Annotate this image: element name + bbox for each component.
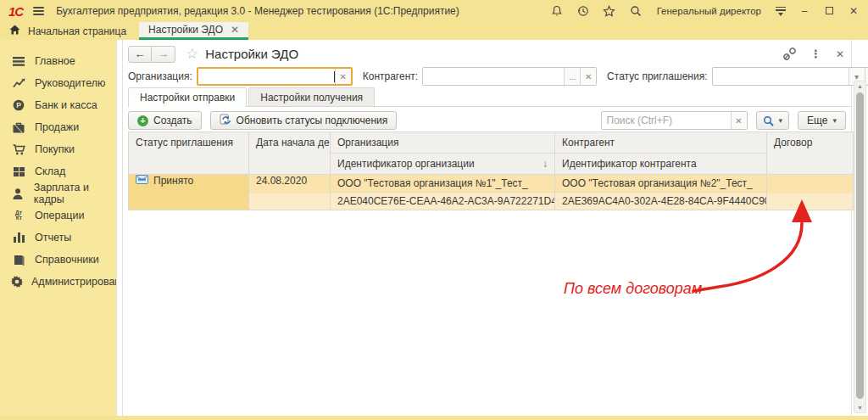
form-header: ← → ☆ Настройки ЭДО [128,45,298,63]
person-icon [11,188,25,199]
history-icon[interactable] [576,4,590,18]
sidebar-item-operations[interactable]: ДтКт Операции [0,204,116,227]
cell-contract[interactable] [767,175,854,210]
cell-contragent-id[interactable]: 2AE369AC4A0-302A-4E28-84CA-9F4440C90782 [555,193,767,210]
scrollbar-thumb[interactable] [856,92,864,399]
sidebar-item-sales[interactable]: Продажи [0,116,116,138]
status-filter-label: Статус приглашения: [607,70,707,82]
global-search-icon[interactable] [629,4,643,18]
create-button[interactable]: + Создать [128,111,202,130]
books-icon [11,255,26,266]
envelope-icon [136,175,148,187]
search-button[interactable]: ▾ [756,111,790,130]
home-icon [9,25,20,37]
contragent-filter-label: Контрагент: [363,70,418,82]
tab-home[interactable]: Начальная страница [0,22,139,40]
app-window: 1С Бухгалтерия предприятия, редакция 3.0… [0,0,868,420]
col-org[interactable]: Организация [331,132,555,154]
tab-bar: Начальная страница Настройки ЭДО ✕ [0,22,868,40]
sidebar-item-bank[interactable]: Р Банк и касса [0,94,116,116]
contragent-filter-input[interactable] [423,68,564,85]
sidebar: Главное Руководителю Р Банк и касса Прод… [0,40,116,416]
plus-icon: + [137,115,148,126]
contragent-filter-group: ... ✕ [422,67,597,86]
main-menu-icon[interactable] [33,7,44,15]
edo-settings-table: Статус приглашения Дата начала действия … [128,132,854,210]
settings-tabs: Настройки отправки Настройки получения [128,88,852,107]
org-filter-group: ✕ [197,67,353,86]
maximize-icon[interactable] [823,5,835,17]
tab-edo-label: Настройки ЭДО [148,24,223,36]
bar-chart-icon [11,232,26,243]
filter-row: Организация: ✕ Контрагент: ... ✕ Статус … [128,67,868,86]
service-menu-icon[interactable] [776,7,786,16]
window-title: Бухгалтерия предприятия, редакция 3.0 - … [56,5,459,17]
back-button[interactable]: ← [128,46,152,63]
status-filter-group: ▾ ✕ [712,67,868,86]
search-dropdown-icon: ▾ [779,116,783,125]
cell-org-id[interactable]: 2AE040CE76E-CEAA-46A2-AC3A-9A722271D424 [331,193,555,210]
org-filter-label: Организация: [128,70,192,82]
cart-icon [11,144,26,155]
tab-edo-settings[interactable]: Настройки ЭДО ✕ [139,22,248,40]
status-filter-input[interactable] [713,68,849,85]
col-date[interactable]: Дата начала действия [249,132,331,175]
bank-coin-icon: Р [11,99,26,111]
content-area: ← → ☆ Настройки ЭДО ⋮ ✕ Организация: ✕ [116,40,868,416]
briefcase-icon [11,122,26,133]
col-status[interactable]: Статус приглашения [129,132,249,175]
annotation-text: По всем договорам [564,280,702,298]
notifications-bell-icon[interactable] [550,4,564,18]
current-user[interactable]: Генеральный директор [657,6,761,16]
refresh-icon [220,114,231,127]
col-contragent[interactable]: Контрагент [555,132,767,154]
window-bottom-border [0,416,868,420]
cell-org[interactable]: ООО "Тестовая организация №1"_Тест_ [331,175,555,193]
more-button[interactable]: Еще ▾ [798,111,846,130]
cell-contragent[interactable]: ООО "Тестовая организация №2"_Тест_ [555,175,767,193]
scroll-down-icon[interactable]: ▼ [854,405,865,411]
main-sections-icon [11,57,26,66]
close-window-icon[interactable]: ✕ [848,5,860,17]
forward-button[interactable]: → [152,46,175,63]
sidebar-item-main[interactable]: Главное [0,50,116,72]
org-clear-icon[interactable]: ✕ [335,69,351,84]
minimize-icon[interactable]: – [798,5,810,17]
vertical-scrollbar[interactable]: ▲ ▼ [854,81,866,413]
org-filter-input[interactable] [198,69,331,84]
search-clear-icon[interactable]: ✕ [731,112,747,129]
more-actions-icon[interactable]: ⋮ [810,48,821,60]
contragent-choose-button[interactable]: ... [564,68,580,85]
favorites-star-icon[interactable] [603,4,616,18]
col-org-id[interactable]: Идентификатор организации ↓ [331,154,555,175]
sidebar-item-directories[interactable]: Справочники [0,249,116,271]
more-dropdown-icon: ▾ [832,116,837,125]
refresh-statuses-button[interactable]: Обновить статусы подключения [210,111,398,130]
scroll-up-icon[interactable]: ▲ [854,83,865,89]
close-form-icon[interactable]: ✕ [836,48,844,60]
sidebar-item-reports[interactable]: Отчеты [0,227,116,249]
cell-date[interactable]: 24.08.2020 [249,175,331,210]
page-title: Настройки ЭДО [205,47,298,61]
favorite-star-icon[interactable]: ☆ [186,45,198,63]
sidebar-item-manager[interactable]: Руководителю [0,72,116,94]
sidebar-item-salary[interactable]: Зарплата и кадры [0,182,116,204]
cell-status[interactable]: Принято [129,175,249,210]
1c-logo: 1С [8,4,23,19]
col-contract[interactable]: Договор [767,132,854,175]
tab-receiving-settings[interactable]: Настройки получения [248,87,375,106]
contragent-clear-icon[interactable]: ✕ [580,68,596,85]
tab-home-label: Начальная страница [28,25,126,37]
debit-credit-icon: ДтКт [11,210,26,221]
search-input[interactable] [602,112,731,129]
gear-icon [11,276,23,288]
get-link-icon[interactable] [783,48,796,60]
sidebar-item-purchases[interactable]: Покупки [0,138,116,160]
tab-close-icon[interactable]: ✕ [231,24,239,36]
header-row: Статус приглашения Дата начала действия … [129,132,854,154]
sidebar-item-warehouse[interactable]: Склад [0,160,116,182]
sidebar-item-administration[interactable]: Администрирование [0,271,116,293]
tab-sending-settings[interactable]: Настройки отправки [128,87,247,107]
table-row[interactable]: Принято 24.08.2020 ООО "Тестовая организ… [129,175,854,193]
col-contragent-id[interactable]: Идентификатор контрагента [555,154,767,175]
